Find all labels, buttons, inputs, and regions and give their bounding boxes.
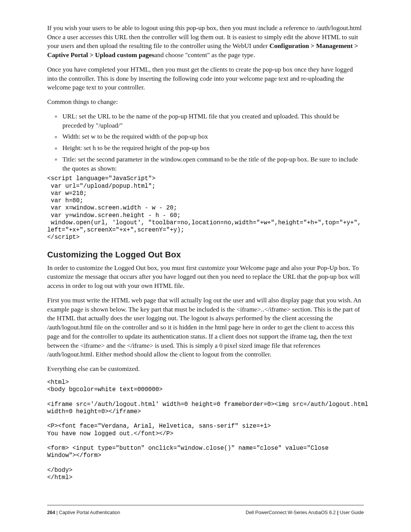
paragraph: In order to customize the Logged Out box…	[47, 264, 364, 291]
paragraph-lead: Common things to change:	[47, 97, 364, 107]
footer-separator	[47, 505, 364, 505]
list-item: URL: set the URL to be the name of the p…	[56, 112, 364, 130]
list-item: Title: set the second parameter in the w…	[56, 155, 364, 173]
footer-right: Dell PowerConnect W-Series ArubaOS 6.2 |…	[246, 510, 364, 515]
footer-section-title: Captive Portal Authentication	[59, 510, 120, 515]
page: If you wish your users to be able to log…	[0, 0, 411, 532]
list-item: Height: set h to be the required height …	[56, 144, 364, 153]
footer-left: 264 | Captive Portal Authentication	[47, 510, 120, 515]
code-block-popup-script: <script language="JavaScript"> var url="…	[47, 175, 364, 241]
paragraph: First you must write the HTML web page t…	[47, 296, 364, 359]
page-footer: 264 | Captive Portal Authentication Dell…	[47, 510, 364, 515]
paragraph-intro: If you wish your users to be able to log…	[47, 24, 364, 60]
list-item: Width: set w to be the required width of…	[56, 132, 364, 141]
section-heading: Customizing the Logged Out Box	[47, 250, 364, 260]
paragraph: Once you have completed your HTML, then …	[47, 65, 364, 92]
footer-pipe: |	[337, 510, 340, 515]
page-number: 264	[47, 510, 55, 515]
paragraph: Everything else can be customized.	[47, 364, 364, 374]
footer-doc-type: User Guide	[340, 510, 364, 515]
footer-product: Dell PowerConnect W-Series ArubaOS 6.2	[246, 510, 336, 515]
text: and choose "content" as the page type.	[154, 51, 255, 59]
code-block-logout-html: <html> <body bgcolor=white text=000000> …	[47, 379, 364, 482]
bullet-list: URL: set the URL to be the name of the p…	[47, 112, 364, 173]
